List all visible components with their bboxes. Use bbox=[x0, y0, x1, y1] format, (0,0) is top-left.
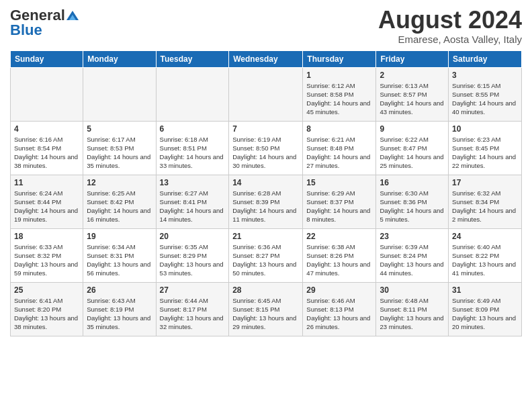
day-cell: 2Sunrise: 6:13 AM Sunset: 8:57 PM Daylig… bbox=[376, 67, 449, 121]
day-info: Sunrise: 6:21 AM Sunset: 8:48 PM Dayligh… bbox=[306, 135, 372, 171]
day-number: 17 bbox=[452, 178, 518, 187]
day-info: Sunrise: 6:40 AM Sunset: 8:22 PM Dayligh… bbox=[452, 242, 518, 278]
day-cell: 26Sunrise: 6:43 AM Sunset: 8:19 PM Dayli… bbox=[83, 282, 156, 336]
day-cell: 28Sunrise: 6:45 AM Sunset: 8:15 PM Dayli… bbox=[229, 282, 303, 336]
day-info: Sunrise: 6:16 AM Sunset: 8:54 PM Dayligh… bbox=[14, 135, 79, 171]
day-info: Sunrise: 6:41 AM Sunset: 8:20 PM Dayligh… bbox=[14, 296, 79, 332]
day-number: 25 bbox=[14, 285, 79, 295]
day-info: Sunrise: 6:49 AM Sunset: 8:09 PM Dayligh… bbox=[452, 296, 518, 332]
day-info: Sunrise: 6:43 AM Sunset: 8:19 PM Dayligh… bbox=[87, 296, 152, 332]
title-area: August 2024 Emarese, Aosta Valley, Italy bbox=[378, 7, 522, 45]
day-cell: 23Sunrise: 6:39 AM Sunset: 8:24 PM Dayli… bbox=[376, 228, 449, 282]
day-cell: 11Sunrise: 6:24 AM Sunset: 8:44 PM Dayli… bbox=[11, 175, 83, 228]
day-number: 19 bbox=[87, 232, 152, 241]
logo-icon bbox=[66, 11, 79, 20]
day-number: 27 bbox=[160, 285, 226, 295]
day-number: 24 bbox=[452, 232, 518, 241]
day-number: 22 bbox=[306, 232, 372, 241]
day-cell: 21Sunrise: 6:36 AM Sunset: 8:27 PM Dayli… bbox=[229, 228, 303, 282]
day-number: 11 bbox=[14, 178, 79, 187]
day-info: Sunrise: 6:29 AM Sunset: 8:37 PM Dayligh… bbox=[306, 189, 372, 224]
day-number: 12 bbox=[87, 178, 152, 187]
month-title: August 2024 bbox=[378, 7, 522, 34]
day-cell: 5Sunrise: 6:17 AM Sunset: 8:53 PM Daylig… bbox=[83, 121, 156, 175]
day-info: Sunrise: 6:17 AM Sunset: 8:53 PM Dayligh… bbox=[87, 135, 152, 171]
day-info: Sunrise: 6:35 AM Sunset: 8:29 PM Dayligh… bbox=[160, 242, 226, 278]
day-info: Sunrise: 6:23 AM Sunset: 8:45 PM Dayligh… bbox=[452, 135, 518, 171]
day-number: 31 bbox=[452, 285, 518, 295]
page: General Blue August 2024 Emarese, Aosta … bbox=[0, 0, 532, 411]
day-cell: 3Sunrise: 6:15 AM Sunset: 8:55 PM Daylig… bbox=[449, 67, 522, 121]
day-info: Sunrise: 6:32 AM Sunset: 8:34 PM Dayligh… bbox=[452, 189, 518, 224]
day-info: Sunrise: 6:45 AM Sunset: 8:15 PM Dayligh… bbox=[232, 296, 299, 332]
day-number: 14 bbox=[232, 178, 299, 187]
day-info: Sunrise: 6:25 AM Sunset: 8:42 PM Dayligh… bbox=[87, 189, 152, 224]
day-cell bbox=[229, 67, 303, 121]
week-row-0: 1Sunrise: 6:12 AM Sunset: 8:58 PM Daylig… bbox=[11, 67, 522, 121]
day-info: Sunrise: 6:12 AM Sunset: 8:58 PM Dayligh… bbox=[306, 81, 372, 117]
day-cell: 22Sunrise: 6:38 AM Sunset: 8:26 PM Dayli… bbox=[303, 228, 376, 282]
day-info: Sunrise: 6:22 AM Sunset: 8:47 PM Dayligh… bbox=[380, 135, 445, 171]
col-header-sunday: Sunday bbox=[11, 50, 83, 67]
col-header-tuesday: Tuesday bbox=[156, 50, 229, 67]
day-info: Sunrise: 6:27 AM Sunset: 8:41 PM Dayligh… bbox=[160, 189, 226, 224]
day-number: 6 bbox=[160, 124, 226, 134]
day-info: Sunrise: 6:13 AM Sunset: 8:57 PM Dayligh… bbox=[380, 81, 445, 117]
day-number: 4 bbox=[14, 124, 79, 134]
day-info: Sunrise: 6:48 AM Sunset: 8:11 PM Dayligh… bbox=[380, 296, 445, 332]
day-info: Sunrise: 6:46 AM Sunset: 8:13 PM Dayligh… bbox=[306, 296, 372, 332]
day-info: Sunrise: 6:34 AM Sunset: 8:31 PM Dayligh… bbox=[87, 242, 152, 278]
logo: General Blue bbox=[10, 7, 79, 39]
day-number: 28 bbox=[232, 285, 299, 295]
day-cell bbox=[83, 67, 156, 121]
day-cell: 18Sunrise: 6:33 AM Sunset: 8:32 PM Dayli… bbox=[11, 228, 83, 282]
day-cell bbox=[156, 67, 229, 121]
day-number: 30 bbox=[380, 285, 445, 295]
day-number: 20 bbox=[160, 232, 226, 241]
col-header-thursday: Thursday bbox=[303, 50, 376, 67]
day-info: Sunrise: 6:28 AM Sunset: 8:39 PM Dayligh… bbox=[232, 189, 299, 224]
day-number: 23 bbox=[380, 232, 445, 241]
col-header-saturday: Saturday bbox=[449, 50, 522, 67]
col-header-monday: Monday bbox=[83, 50, 156, 67]
day-number: 26 bbox=[87, 285, 152, 295]
day-info: Sunrise: 6:44 AM Sunset: 8:17 PM Dayligh… bbox=[160, 296, 226, 332]
day-cell: 25Sunrise: 6:41 AM Sunset: 8:20 PM Dayli… bbox=[11, 282, 83, 336]
day-cell: 10Sunrise: 6:23 AM Sunset: 8:45 PM Dayli… bbox=[449, 121, 522, 175]
location: Emarese, Aosta Valley, Italy bbox=[378, 34, 522, 45]
calendar-table: SundayMondayTuesdayWednesdayThursdayFrid… bbox=[10, 50, 522, 336]
day-cell: 12Sunrise: 6:25 AM Sunset: 8:42 PM Dayli… bbox=[83, 175, 156, 228]
day-number: 7 bbox=[232, 124, 299, 134]
day-number: 5 bbox=[87, 124, 152, 134]
day-cell: 1Sunrise: 6:12 AM Sunset: 8:58 PM Daylig… bbox=[303, 67, 376, 121]
day-cell: 16Sunrise: 6:30 AM Sunset: 8:36 PM Dayli… bbox=[376, 175, 449, 228]
day-number: 16 bbox=[380, 178, 445, 187]
day-number: 18 bbox=[14, 232, 79, 241]
logo-blue: Blue bbox=[10, 21, 42, 39]
day-cell bbox=[11, 67, 83, 121]
day-cell: 29Sunrise: 6:46 AM Sunset: 8:13 PM Dayli… bbox=[303, 282, 376, 336]
day-cell: 30Sunrise: 6:48 AM Sunset: 8:11 PM Dayli… bbox=[376, 282, 449, 336]
day-info: Sunrise: 6:24 AM Sunset: 8:44 PM Dayligh… bbox=[14, 189, 79, 224]
day-info: Sunrise: 6:33 AM Sunset: 8:32 PM Dayligh… bbox=[14, 242, 79, 278]
day-cell: 31Sunrise: 6:49 AM Sunset: 8:09 PM Dayli… bbox=[449, 282, 522, 336]
week-row-4: 25Sunrise: 6:41 AM Sunset: 8:20 PM Dayli… bbox=[11, 282, 522, 336]
day-number: 9 bbox=[380, 124, 445, 134]
day-cell: 17Sunrise: 6:32 AM Sunset: 8:34 PM Dayli… bbox=[449, 175, 522, 228]
day-cell: 27Sunrise: 6:44 AM Sunset: 8:17 PM Dayli… bbox=[156, 282, 229, 336]
header-row: SundayMondayTuesdayWednesdayThursdayFrid… bbox=[11, 50, 522, 67]
day-info: Sunrise: 6:38 AM Sunset: 8:26 PM Dayligh… bbox=[306, 242, 372, 278]
day-info: Sunrise: 6:18 AM Sunset: 8:51 PM Dayligh… bbox=[160, 135, 226, 171]
day-cell: 4Sunrise: 6:16 AM Sunset: 8:54 PM Daylig… bbox=[11, 121, 83, 175]
col-header-wednesday: Wednesday bbox=[229, 50, 303, 67]
day-cell: 24Sunrise: 6:40 AM Sunset: 8:22 PM Dayli… bbox=[449, 228, 522, 282]
day-cell: 19Sunrise: 6:34 AM Sunset: 8:31 PM Dayli… bbox=[83, 228, 156, 282]
week-row-1: 4Sunrise: 6:16 AM Sunset: 8:54 PM Daylig… bbox=[11, 121, 522, 175]
day-info: Sunrise: 6:15 AM Sunset: 8:55 PM Dayligh… bbox=[452, 81, 518, 117]
day-info: Sunrise: 6:39 AM Sunset: 8:24 PM Dayligh… bbox=[380, 242, 445, 278]
day-cell: 14Sunrise: 6:28 AM Sunset: 8:39 PM Dayli… bbox=[229, 175, 303, 228]
day-number: 2 bbox=[380, 71, 445, 80]
day-number: 21 bbox=[232, 232, 299, 241]
day-cell: 20Sunrise: 6:35 AM Sunset: 8:29 PM Dayli… bbox=[156, 228, 229, 282]
day-number: 10 bbox=[452, 124, 518, 134]
